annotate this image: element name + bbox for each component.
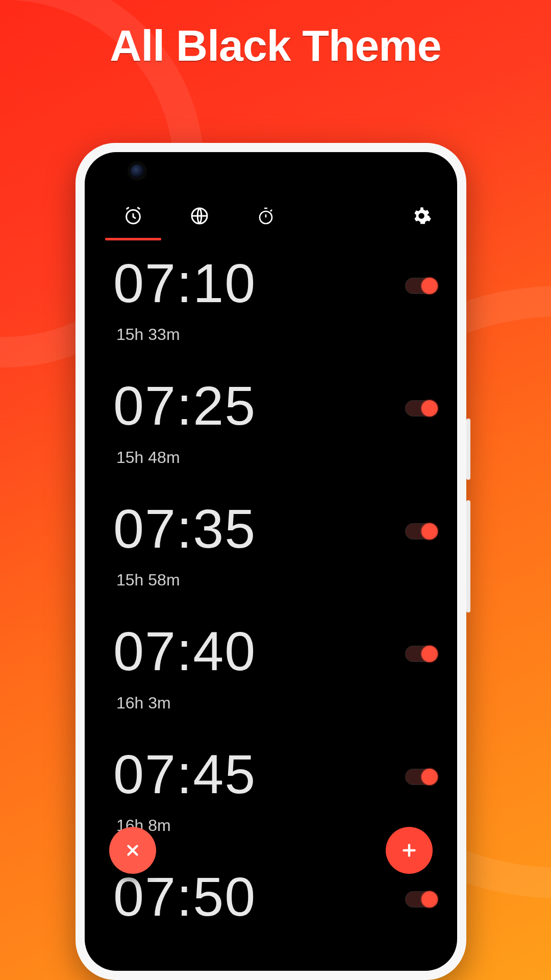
alarm-clock-icon: [123, 206, 143, 228]
alarm-remaining: 15h 33m: [116, 325, 256, 344]
alarm-row[interactable]: 07:40 16h 3m: [113, 622, 435, 712]
phone-screen: 07:10 15h 33m 07:25 15h 48m 07:35 15h 58…: [85, 152, 457, 971]
alarm-time: 07:40: [113, 622, 256, 680]
alarm-remaining: 15h 58m: [116, 571, 256, 590]
tab-alarm[interactable]: [100, 197, 166, 237]
alarm-time: 07:35: [113, 500, 256, 557]
alarm-remaining: 16h 3m: [116, 694, 256, 713]
alarm-toggle[interactable]: [405, 769, 435, 785]
alarm-row[interactable]: 07:45 16h 8m: [113, 745, 435, 835]
alarm-toggle[interactable]: [405, 523, 435, 540]
stopwatch-icon: [257, 207, 275, 227]
dismiss-fab[interactable]: [109, 827, 156, 874]
phone-frame: 07:10 15h 33m 07:25 15h 48m 07:35 15h 58…: [76, 143, 466, 980]
alarm-time: 07:50: [113, 868, 256, 925]
alarm-toggle[interactable]: [405, 400, 435, 416]
alarm-row[interactable]: 07:10 15h 33m: [113, 254, 435, 344]
alarm-toggle[interactable]: [405, 891, 435, 908]
alarm-toggle[interactable]: [405, 646, 435, 662]
settings-button[interactable]: [406, 202, 437, 232]
alarm-remaining: 15h 48m: [116, 448, 256, 467]
alarm-row[interactable]: 07:50: [113, 868, 435, 939]
phone-side-button: [466, 500, 470, 612]
camera-cutout: [131, 164, 144, 178]
plus-icon: [400, 841, 418, 860]
alarm-time: 07:25: [113, 377, 256, 434]
close-icon: [124, 842, 141, 859]
gear-icon: [411, 206, 432, 228]
alarm-toggle[interactable]: [405, 278, 435, 294]
alarm-time: 07:45: [113, 745, 256, 803]
tab-clock[interactable]: [166, 197, 233, 237]
promo-title: All Black Theme: [0, 20, 551, 71]
alarm-row[interactable]: 07:35 15h 58m: [113, 500, 435, 590]
add-alarm-fab[interactable]: [386, 827, 433, 874]
tab-stopwatch[interactable]: [233, 197, 299, 237]
alarm-time: 07:10: [113, 254, 256, 312]
svg-point-3: [419, 213, 424, 218]
phone-side-button: [466, 419, 470, 480]
world-clock-icon: [189, 206, 210, 228]
alarm-row[interactable]: 07:25 15h 48m: [113, 377, 435, 467]
